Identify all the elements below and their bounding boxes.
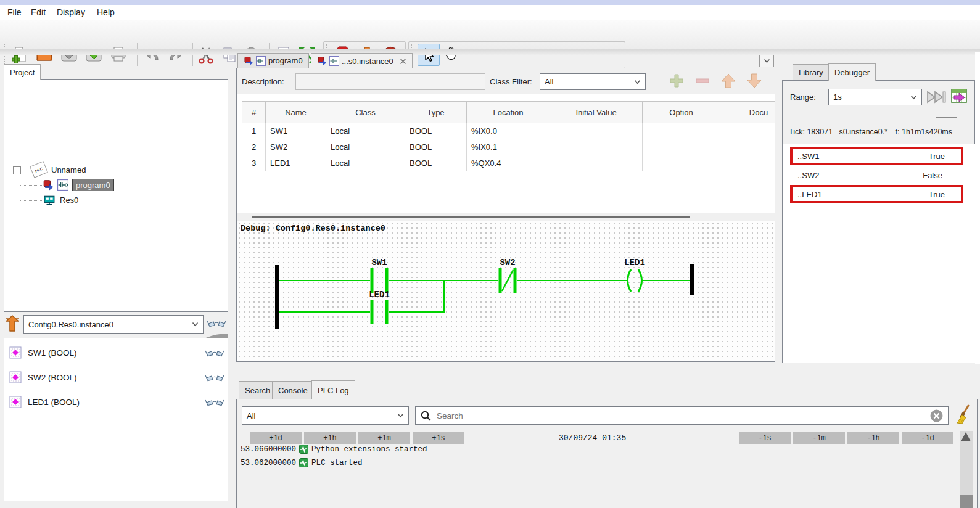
clear-search-icon[interactable] (930, 409, 943, 422)
table-row[interactable]: 3 LED1 Local BOOL %QX0.4 (242, 155, 776, 171)
scroll-up-icon[interactable] (961, 432, 971, 441)
log-search-input[interactable] (435, 411, 926, 421)
tab-search[interactable]: Search (239, 381, 276, 399)
export-graph-button[interactable] (950, 88, 968, 107)
menu-edit[interactable]: Edit (30, 5, 47, 20)
tab-library-label: Library (799, 68, 823, 77)
log-fwd-1d-button[interactable]: -1d (902, 432, 953, 444)
add-variable-button[interactable] (669, 73, 685, 91)
variables-grid-section: # Name Class Type Location Initial Value… (237, 94, 775, 213)
log-back-1s-button[interactable]: +1s (413, 432, 464, 444)
list-item-led1[interactable]: LED1 (BOOL) (9, 393, 224, 411)
col-type[interactable]: Type (405, 102, 467, 123)
class-filter-select[interactable]: All (540, 73, 646, 90)
tab-instance0[interactable]: ...s0.instance0 (311, 53, 413, 68)
menu-display[interactable]: Display (56, 5, 86, 20)
tab-list-dropdown-button[interactable] (759, 55, 774, 67)
contact-sw1[interactable] (372, 268, 387, 293)
tree-program0-label: program0 (76, 181, 110, 190)
log-fwd-1h-button[interactable]: -1h (847, 432, 899, 444)
log-current-timestamp: 30/09/24 01:35 (559, 433, 626, 443)
log-entry-message: Python extensions started (311, 445, 427, 454)
ld-language-icon (329, 56, 339, 66)
tree-program0-selected[interactable]: program0 (72, 179, 114, 191)
tab-program0[interactable]: program0 (237, 53, 309, 68)
glasses-icon[interactable] (205, 396, 224, 408)
tab-project[interactable]: Project (4, 64, 41, 80)
menu-file[interactable]: File (6, 5, 23, 20)
left-power-rail (275, 265, 279, 329)
coil-led1[interactable] (628, 269, 642, 292)
debug-variable-sw1[interactable]: ..SW1 True (790, 147, 963, 165)
description-label: Description: (242, 77, 284, 86)
tree-item-res0[interactable]: Res0 (44, 194, 216, 207)
debug-variable-sw2[interactable]: ..SW2 False (790, 167, 963, 183)
debug-variable-value: True (929, 190, 956, 199)
variable-label: SW1 (BOOL) (28, 348, 205, 358)
col-option[interactable]: Option (643, 102, 720, 123)
tree-item-program0[interactable]: program0 (43, 178, 215, 192)
tree-root-label: Unnamed (51, 165, 86, 174)
variables-table[interactable]: # Name Class Type Location Initial Value… (242, 101, 775, 171)
col-name[interactable]: Name (266, 102, 326, 123)
go-to-current-tick-button[interactable] (926, 91, 947, 106)
log-entry[interactable]: 53.062000000 PLC started (241, 458, 363, 467)
tab-plc-log[interactable]: PLC Log (311, 380, 355, 399)
range-select[interactable]: 1s (828, 89, 922, 105)
table-row[interactable]: 1 SW1 Local BOOL %IX0.0 (242, 123, 776, 139)
col-class[interactable]: Class (326, 102, 405, 123)
log-level-filter-select[interactable]: All (242, 406, 409, 425)
resource-icon (44, 195, 55, 206)
log-back-1h-button[interactable]: +1h (304, 432, 356, 444)
scrollbar-thumb[interactable] (960, 495, 973, 508)
move-variable-down-button[interactable] (746, 73, 762, 91)
tick-status: Tick: 183071 s0.instance0.* t: 1h1m1s420… (789, 128, 952, 136)
tab-debugger[interactable]: Debugger (828, 63, 876, 81)
menu-help[interactable]: Help (96, 5, 116, 20)
debug-variable-name: ..SW2 (797, 171, 819, 180)
log-fwd-1m-button[interactable]: -1m (793, 432, 845, 444)
tab-library[interactable]: Library (793, 64, 830, 80)
list-item-sw2[interactable]: SW2 (BOOL) (9, 368, 224, 387)
log-scrollbar[interactable] (960, 431, 973, 508)
log-back-1d-button[interactable]: +1d (250, 432, 302, 444)
negation-slash-icon (502, 270, 513, 291)
variable-label: LED1 (BOOL) (28, 398, 205, 407)
contact-led1-parallel[interactable] (372, 300, 387, 324)
tree-connector (20, 200, 42, 201)
editor-splitter[interactable] (237, 213, 775, 221)
tab-search-label: Search (245, 386, 270, 395)
col-num[interactable]: # (242, 102, 266, 123)
log-search-box[interactable] (415, 406, 949, 425)
debug-variable-led1[interactable]: ..LED1 True (790, 185, 963, 203)
log-entry[interactable]: 53.066000000 Python extensions started (241, 444, 427, 454)
parallel-contact-label: LED1 (369, 290, 390, 300)
log-fwd-1s-button[interactable]: -1s (739, 432, 791, 444)
list-item-sw1[interactable]: SW1 (BOOL) (9, 343, 224, 362)
watch-instance-button[interactable] (207, 318, 226, 331)
col-location[interactable]: Location (467, 102, 550, 123)
instance-path-select[interactable]: Config0.Res0.instance0 (23, 315, 204, 334)
move-variable-up-button[interactable] (720, 73, 736, 91)
collapse-expander-icon[interactable] (13, 166, 21, 174)
clean-log-button[interactable] (955, 404, 971, 427)
pou-instance-variables-panel: SW1 (BOOL) SW2 (BOOL) LED1 (BOOL) (4, 338, 228, 501)
ladder-debug-view[interactable]: Debug: Config0.Res0.instance0 (237, 221, 775, 362)
chevron-down-icon (397, 413, 404, 418)
glasses-icon[interactable] (205, 372, 224, 383)
parent-instance-button[interactable] (5, 315, 21, 334)
close-tab-icon[interactable] (400, 58, 406, 65)
tab-console[interactable]: Console (272, 381, 314, 399)
log-back-1m-button[interactable]: +1m (358, 432, 410, 444)
debug-instance-icon (244, 56, 253, 66)
debug-splitter-handle[interactable] (936, 117, 957, 118)
plus-icon (669, 73, 685, 89)
splitter-handle-icon[interactable] (252, 216, 690, 218)
remove-variable-button[interactable] (694, 73, 710, 91)
glasses-icon[interactable] (205, 347, 224, 358)
tree-item-root[interactable]: PLC Unnamed (13, 164, 198, 176)
col-documentation[interactable]: Docu (720, 102, 776, 123)
description-input[interactable] (295, 73, 485, 90)
table-row[interactable]: 2 SW2 Local BOOL %IX0.1 (242, 139, 776, 155)
col-initial-value[interactable]: Initial Value (550, 102, 643, 123)
